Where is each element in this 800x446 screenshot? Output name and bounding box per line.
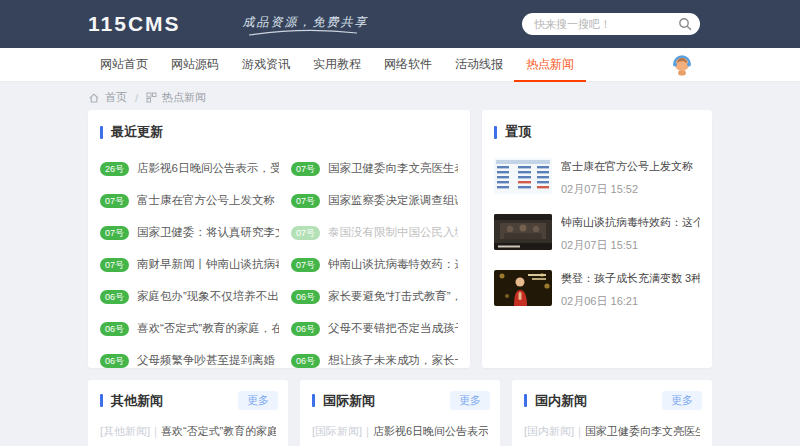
news-row[interactable]: 07号 南财早新闻丨钟南山谈抗病毒特效药：广 bbox=[100, 257, 279, 272]
domestic-news-title: 国内新闻 bbox=[535, 392, 587, 410]
stock-table-thumbnail bbox=[494, 158, 552, 194]
pinned-panel: 置顶 富士康在官方公号上发文称 02月07日 15:52 bbox=[482, 110, 712, 368]
pinned-item-date: 02月07日 15:52 bbox=[561, 182, 700, 197]
nav-item-home[interactable]: 网站首页 bbox=[100, 47, 148, 82]
pinned-item-date: 02月06日 16:21 bbox=[561, 294, 700, 309]
recent-panel-title: 最近更新 bbox=[111, 123, 163, 141]
panel-accent-bar bbox=[312, 394, 315, 407]
recent-updates-panel: 最近更新 26号 店影视6日晚间公告表示，受疫 07号 富士康在官方公号上发文称… bbox=[88, 110, 470, 368]
main-nav: 网站首页 网站源码 游戏资讯 实用教程 网络软件 活动线报 热点新闻 bbox=[0, 48, 800, 82]
pinned-item[interactable]: 富士康在官方公号上发文称 02月07日 15:52 bbox=[494, 158, 700, 197]
news-title: 喜欢“否定式”教育的家庭，在这样家庭 bbox=[137, 321, 279, 336]
news-row[interactable]: 07号 国家卫健委向李文亮医生表示深痛哀悼 bbox=[291, 161, 458, 176]
news-category-tag: [国际新闻]｜ bbox=[312, 425, 373, 437]
news-row[interactable]: 06号 父母频繁争吵甚至提到离婚，会给孩子留 bbox=[100, 353, 279, 368]
breadcrumb: 首页 / 热点新闻 bbox=[88, 90, 712, 105]
recent-column-right: 07号 国家卫健委向李文亮医生表示深痛哀悼 07号 国家监察委决定派调查组调查涉… bbox=[279, 147, 458, 385]
pinned-item-title: 钟南山谈抗病毒特效药：这个小心 bbox=[561, 215, 700, 230]
nav-item-hot-news[interactable]: 热点新闻 bbox=[526, 47, 574, 82]
news-title: 店影视6日晚间公告表示，受疫 bbox=[373, 425, 488, 437]
news-title: 想让孩子未来成功，家长一定要管住3 bbox=[328, 353, 458, 368]
date-badge: 07号 bbox=[291, 162, 320, 176]
panel-accent-bar bbox=[100, 126, 103, 139]
date-badge: 07号 bbox=[291, 194, 320, 208]
site-slogan: 成品资源，免费共享 bbox=[243, 14, 369, 31]
date-badge: 07号 bbox=[100, 258, 129, 272]
date-badge: 07号 bbox=[291, 258, 320, 272]
international-news-panel: 国际新闻 更多 [国际新闻]｜店影视6日晚间公告表示，受疫 [国际新闻]｜泰国没… bbox=[300, 380, 500, 446]
nav-item-tutorials[interactable]: 实用教程 bbox=[313, 47, 361, 82]
news-row[interactable]: 07号 国家卫健委：将认真研究李文亮的发病和 bbox=[100, 225, 279, 240]
red-speaker-thumbnail bbox=[494, 270, 552, 306]
site-logo[interactable]: 115CMS bbox=[88, 12, 181, 36]
news-title: 父母频繁争吵甚至提到离婚，会给孩子留 bbox=[137, 353, 279, 368]
date-badge: 06号 bbox=[291, 354, 320, 368]
nav-item-software[interactable]: 网络软件 bbox=[384, 47, 432, 82]
panel-accent-bar bbox=[524, 394, 527, 407]
domestic-news-panel: 国内新闻 更多 [国内新闻]｜国家卫健委向李文亮医生表示深痛哀悼 [国内新闻]｜… bbox=[512, 380, 712, 446]
international-news-title: 国际新闻 bbox=[323, 392, 375, 410]
news-row[interactable]: 07号 富士康在官方公号上发文称 bbox=[100, 193, 279, 208]
main-content: 最近更新 26号 店影视6日晚间公告表示，受疫 07号 富士康在官方公号上发文称… bbox=[88, 110, 712, 368]
date-badge: 06号 bbox=[100, 290, 129, 304]
news-row[interactable]: 26号 店影视6日晚间公告表示，受疫 bbox=[100, 161, 279, 176]
news-title: 国家卫健委向李文亮医生表示深痛哀悼 bbox=[585, 425, 700, 437]
news-title: 泰国没有限制中国公民入境 外交部：患难 bbox=[328, 225, 458, 240]
date-badge: 07号 bbox=[100, 226, 129, 240]
news-title: 南财早新闻丨钟南山谈抗病毒特效药：广 bbox=[137, 257, 279, 272]
recent-column-left: 26号 店影视6日晚间公告表示，受疫 07号 富士康在官方公号上发文称 07号 … bbox=[100, 147, 279, 385]
breadcrumb-separator: / bbox=[135, 92, 138, 104]
news-list-item[interactable]: [国内新闻]｜国家卫健委向李文亮医生表示深痛哀悼 bbox=[524, 424, 700, 439]
news-title: 国家卫健委向李文亮医生表示深痛哀悼 bbox=[328, 161, 458, 176]
pinned-item-title: 富士康在官方公号上发文称 bbox=[561, 159, 700, 174]
news-title: 喜欢“否定式”教育的家庭，在这样家... bbox=[161, 425, 276, 437]
news-title: 店影视6日晚间公告表示，受疫 bbox=[137, 161, 279, 176]
breadcrumb-home-link[interactable]: 首页 bbox=[105, 90, 127, 105]
news-row[interactable]: 07号 钟南山谈抗病毒特效药：这个小心 一定要 bbox=[291, 257, 458, 272]
domestic-news-more-button[interactable]: 更多 bbox=[662, 391, 702, 410]
home-icon bbox=[88, 92, 100, 104]
news-category-tag: [其他新闻]｜ bbox=[100, 425, 161, 437]
news-row[interactable]: 07号 泰国没有限制中国公民入境 外交部：患难 bbox=[291, 225, 458, 240]
top-header: 115CMS 成品资源，免费共享 bbox=[0, 0, 800, 48]
news-title: 家庭包办”现象不仅培养不出孩子的 bbox=[137, 289, 279, 304]
news-list-item[interactable]: [国际新闻]｜店影视6日晚间公告表示，受疫 bbox=[312, 424, 488, 439]
date-badge: 06号 bbox=[291, 322, 320, 336]
pinned-panel-title: 置顶 bbox=[505, 123, 531, 141]
category-icon bbox=[146, 92, 157, 103]
news-title: 钟南山谈抗病毒特效药：这个小心 一定要 bbox=[328, 257, 458, 272]
pinned-item[interactable]: 樊登：孩子成长充满变数 3种力量驱 02月06日 16:21 bbox=[494, 270, 700, 309]
nav-item-games[interactable]: 游戏资讯 bbox=[242, 47, 290, 82]
other-news-more-button[interactable]: 更多 bbox=[238, 391, 278, 410]
other-news-panel: 其他新闻 更多 [其他新闻]｜喜欢“否定式”教育的家庭，在这样家... [其他新… bbox=[88, 380, 288, 446]
breadcrumb-current: 热点新闻 bbox=[162, 90, 206, 105]
nav-item-activities[interactable]: 活动线报 bbox=[455, 47, 503, 82]
pinned-item-date: 02月07日 15:51 bbox=[561, 238, 700, 253]
news-title: 国家卫健委：将认真研究李文亮的发病和 bbox=[137, 225, 279, 240]
panel-accent-bar bbox=[100, 394, 103, 407]
date-badge: 06号 bbox=[100, 322, 129, 336]
user-avatar[interactable] bbox=[670, 53, 694, 77]
news-row[interactable]: 07号 国家监察委决定派调查组调查涉李文亮医 bbox=[291, 193, 458, 208]
panel-accent-bar bbox=[494, 126, 497, 139]
pinned-item[interactable]: 钟南山谈抗病毒特效药：这个小心 02月07日 15:51 bbox=[494, 214, 700, 253]
date-badge: 07号 bbox=[291, 226, 320, 240]
date-badge: 06号 bbox=[100, 354, 129, 368]
news-row[interactable]: 06号 父母不要错把否定当成孩子的鼓励，其 bbox=[291, 321, 458, 336]
news-row[interactable]: 06号 家庭包办”现象不仅培养不出孩子的 bbox=[100, 289, 279, 304]
dark-video-thumbnail bbox=[494, 214, 552, 250]
search-icon[interactable] bbox=[678, 17, 692, 31]
news-list-item[interactable]: [其他新闻]｜喜欢“否定式”教育的家庭，在这样家... bbox=[100, 424, 276, 439]
other-news-title: 其他新闻 bbox=[111, 392, 163, 410]
nav-item-source[interactable]: 网站源码 bbox=[171, 47, 219, 82]
news-row[interactable]: 06号 喜欢“否定式”教育的家庭，在这样家庭 bbox=[100, 321, 279, 336]
date-badge: 26号 bbox=[100, 162, 129, 176]
date-badge: 06号 bbox=[291, 290, 320, 304]
international-news-more-button[interactable]: 更多 bbox=[450, 391, 490, 410]
news-title: 家长要避免“打击式教育”，需注意的问 bbox=[328, 289, 458, 304]
search-input[interactable] bbox=[534, 18, 678, 30]
slogan-text: 成品资源，免费共享 bbox=[243, 15, 369, 29]
news-title: 国家监察委决定派调查组调查涉李文亮医 bbox=[328, 193, 458, 208]
news-row[interactable]: 06号 想让孩子未来成功，家长一定要管住3 bbox=[291, 353, 458, 368]
news-row[interactable]: 06号 家长要避免“打击式教育”，需注意的问 bbox=[291, 289, 458, 304]
